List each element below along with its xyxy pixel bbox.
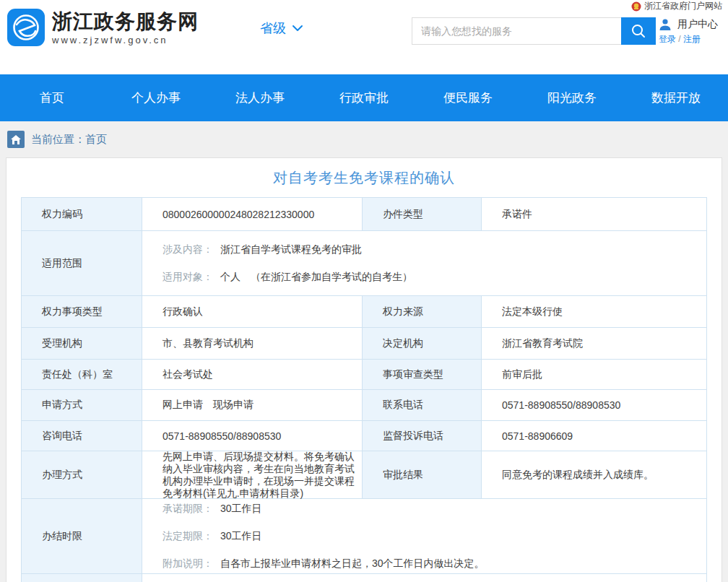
site-header: 浙江政务服务网 www.zjzwfw.gov.cn 省级 浙江省政府门户网站 xyxy=(0,0,728,74)
field-value-group: 承诺期限： 30工作日 法定期限： 30工作日 附加说明： 自各市上报毕业申请材… xyxy=(142,499,707,574)
nav-item-transparency[interactable]: 阳光政务 xyxy=(520,74,624,121)
field-value: 0571-88906609 xyxy=(482,421,707,451)
field-label: 联系电话 xyxy=(363,390,482,421)
sub-field-value: 自各市上报毕业申请材料之日起，30个工作日内做出决定。 xyxy=(220,557,485,570)
field-value: 法定本级行使 xyxy=(482,296,707,328)
sub-field-value: 30工作日 xyxy=(220,503,262,516)
field-value: 行政确认 xyxy=(142,296,363,328)
content-panel: 对自考考生免考课程的确认 权力编码 0800026000002480282123… xyxy=(6,157,722,582)
field-label: 审批结果 xyxy=(363,451,482,499)
field-value: 市、县教育考试机构 xyxy=(142,328,363,360)
sub-field-value: 浙江省自学考试课程免考的审批 xyxy=(220,243,362,256)
table-row xyxy=(22,574,707,582)
table-row: 权力编码 080002600000248028212330000 办件类型 承诺… xyxy=(22,198,707,231)
field-value: 0571-88908550/88908530 xyxy=(482,390,707,421)
field-label: 申请方式 xyxy=(22,390,142,421)
search-bar xyxy=(412,17,656,45)
table-row: 受理机构 市、县教育考试机构 决定机构 浙江省教育考试院 xyxy=(22,328,707,360)
field-label: 权力事项类型 xyxy=(22,296,142,328)
main-nav: 首页 个人办事 法人办事 行政审批 便民服务 阳光政务 数据开放 xyxy=(0,74,728,121)
region-selector[interactable]: 省级 xyxy=(260,19,303,37)
field-label: 监督投诉电话 xyxy=(363,421,482,451)
sub-field-key: 涉及内容： xyxy=(162,243,213,256)
table-row: 咨询电话 0571-88908550/88908530 监督投诉电话 0571-… xyxy=(22,421,707,451)
field-label: 事项审查类型 xyxy=(363,360,482,390)
field-value: 浙江省教育考试院 xyxy=(482,328,707,360)
logo-icon xyxy=(7,9,45,46)
nav-item-personal[interactable]: 个人办事 xyxy=(104,74,208,121)
nav-item-home[interactable]: 首页 xyxy=(0,74,104,121)
sub-field-key: 附加说明： xyxy=(162,557,213,570)
field-label: 权力来源 xyxy=(363,296,482,328)
home-icon xyxy=(11,135,21,144)
field-value-group xyxy=(142,574,707,582)
breadcrumb: 当前位置：首页 xyxy=(0,121,728,157)
user-center[interactable]: 用户中心 xyxy=(659,18,718,31)
field-value: 承诺件 xyxy=(482,198,707,231)
sub-field-value: 30工作日 xyxy=(220,530,262,543)
sub-field-key: 法定期限： xyxy=(162,530,213,543)
region-label: 省级 xyxy=(260,19,286,37)
sub-field-key: 适用对象： xyxy=(162,271,213,284)
field-label: 咨询电话 xyxy=(22,421,142,451)
field-label: 受理机构 xyxy=(22,328,142,360)
field-value: 先网上申请、后现场提交材料。将免考确认纳入毕业审核内容，考生在向当地教育考试机构… xyxy=(142,451,363,499)
field-label xyxy=(22,574,142,582)
field-label: 权力编码 xyxy=(22,198,142,231)
table-row: 权力事项类型 行政确认 权力来源 法定本级行使 xyxy=(22,296,707,328)
field-value-group: 涉及内容： 浙江省自学考试课程免考的审批 适用对象： 个人 （在浙江省参加自学考… xyxy=(142,231,707,296)
portal-link[interactable]: 浙江省政府门户网站 xyxy=(631,0,722,12)
breadcrumb-text: 当前位置：首页 xyxy=(31,133,107,147)
field-label: 办结时限 xyxy=(22,499,142,574)
chevron-down-icon xyxy=(292,25,303,32)
table-row: 责任处（科）室 社会考试处 事项审查类型 前审后批 xyxy=(22,360,707,390)
sub-field: 涉及内容： 浙江省自学考试课程免考的审批 xyxy=(162,243,362,256)
site-name: 浙江政务服务网 xyxy=(52,10,199,33)
table-row: 适用范围 涉及内容： 浙江省自学考试课程免考的审批 适用对象： 个人 （在浙江省… xyxy=(22,231,707,296)
breadcrumb-prefix: 当前位置： xyxy=(31,133,85,145)
field-label: 责任处（科）室 xyxy=(22,360,142,390)
site-url: www.zjzwfw.gov.cn xyxy=(52,35,199,45)
field-value: 社会考试处 xyxy=(142,360,363,390)
info-table: 权力编码 080002600000248028212330000 办件类型 承诺… xyxy=(21,197,707,582)
search-icon xyxy=(630,23,646,39)
field-value: 前审后批 xyxy=(482,360,707,390)
user-icon xyxy=(659,18,672,31)
auth-links: 登录 / 注册 xyxy=(659,33,718,45)
nav-item-approval[interactable]: 行政审批 xyxy=(312,74,416,121)
nav-item-open-data[interactable]: 数据开放 xyxy=(624,74,728,121)
table-row: 办理方式 先网上申请、后现场提交材料。将免考确认纳入毕业审核内容，考生在向当地教… xyxy=(22,451,707,499)
user-center-label: 用户中心 xyxy=(677,18,718,31)
sub-field: 附加说明： 自各市上报毕业申请材料之日起，30个工作日内做出决定。 xyxy=(162,557,485,570)
field-value: 网上申请 现场申请 xyxy=(142,390,363,421)
field-value: 080002600000248028212330000 xyxy=(142,198,363,231)
logo-text: 浙江政务服务网 www.zjzwfw.gov.cn xyxy=(52,10,199,45)
page-title: 对自考考生免考课程的确认 xyxy=(6,158,722,197)
table-row: 申请方式 网上申请 现场申请 联系电话 0571-88908550/889085… xyxy=(22,390,707,421)
home-icon-box[interactable] xyxy=(7,131,25,148)
field-label: 办理方式 xyxy=(22,451,142,499)
field-value: 0571-88908550/88908530 xyxy=(142,421,363,451)
sub-field-value: 个人 （在浙江省参加自学考试的自考生） xyxy=(220,271,412,284)
field-label: 决定机构 xyxy=(363,328,482,360)
site-logo[interactable]: 浙江政务服务网 www.zjzwfw.gov.cn xyxy=(7,9,199,46)
register-link[interactable]: 注册 xyxy=(683,34,701,44)
search-input[interactable] xyxy=(412,17,621,45)
user-block: 用户中心 登录 / 注册 xyxy=(659,18,718,45)
sub-field-key: 承诺期限： xyxy=(162,503,213,516)
sub-field: 法定期限： 30工作日 xyxy=(162,530,262,543)
sub-field: 适用对象： 个人 （在浙江省参加自学考试的自考生） xyxy=(162,271,412,284)
national-emblem-icon xyxy=(631,1,641,12)
field-value: 同意免考的课程成绩并入成绩库。 xyxy=(482,451,707,499)
nav-item-convenience[interactable]: 便民服务 xyxy=(416,74,520,121)
nav-item-corporate[interactable]: 法人办事 xyxy=(208,74,312,121)
breadcrumb-link-home[interactable]: 首页 xyxy=(85,133,107,145)
table-row: 办结时限 承诺期限： 30工作日 法定期限： 30工作日 附加说明： 自各市上报… xyxy=(22,499,707,574)
login-link[interactable]: 登录 xyxy=(659,34,676,44)
field-label: 办件类型 xyxy=(363,198,482,231)
search-button[interactable] xyxy=(621,17,656,45)
auth-separator: / xyxy=(678,34,680,44)
portal-link-label: 浙江省政府门户网站 xyxy=(644,0,722,12)
field-label: 适用范围 xyxy=(22,231,142,296)
sub-field: 承诺期限： 30工作日 xyxy=(162,503,262,516)
